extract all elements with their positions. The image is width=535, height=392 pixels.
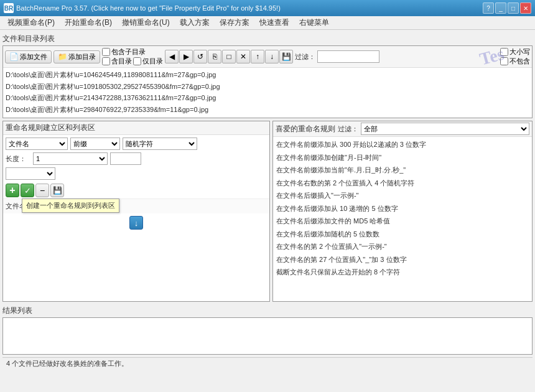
- down-arrow-area: ↓: [3, 213, 269, 232]
- saved-rules-header: 喜爱的重命名规则 过滤： 全部: [273, 121, 532, 137]
- rule-item-5[interactable]: 在文件名后缀添加从 10 递增的 5 位数字: [274, 202, 531, 215]
- all-dirs-row[interactable]: 含目录 仅目录: [102, 57, 163, 66]
- nav-right-button[interactable]: ▶: [179, 50, 193, 63]
- status-bar: 4 个文件已经做好改名换姓的准备工作。: [2, 357, 533, 370]
- not-include-checkbox[interactable]: [500, 57, 508, 65]
- title-bar: BR BatchRename Pro 3.57. (Click here now…: [0, 0, 535, 16]
- rule-item-10[interactable]: 截断文件名只保留从左边开始的 8 个字符: [274, 266, 531, 279]
- rule-item-0[interactable]: 在文件名前缀添加从 300 开始以2递减的 3 位数字: [274, 138, 531, 151]
- remove-rule-button[interactable]: −: [35, 184, 49, 197]
- add-dir-button[interactable]: 📁 添加目录: [54, 50, 100, 63]
- help-button[interactable]: ?: [483, 2, 494, 14]
- prefix-select[interactable]: 前缀: [70, 138, 120, 150]
- results-section: [2, 317, 533, 355]
- add-dir-icon: 📁: [58, 52, 67, 61]
- file-item[interactable]: D:\tools\桌面\图片素材\u=1046245449,1189808111…: [4, 69, 531, 81]
- nav-up-button[interactable]: ↑: [251, 50, 264, 63]
- not-include-label: 不包含: [509, 57, 530, 66]
- close-button[interactable]: ✕: [520, 2, 531, 14]
- menu-start-rename[interactable]: 开始重命名(B): [60, 16, 117, 29]
- menu-video-rename[interactable]: 视频重命名(P): [2, 16, 60, 29]
- rule-item-6[interactable]: 在文件名后缀添加文件的 MD5 哈希值: [274, 215, 531, 228]
- filename-select[interactable]: 文件名: [6, 138, 68, 150]
- rule-item-9[interactable]: 在文件名的第 27 个位置插入"_"加 3 位数字: [274, 253, 531, 266]
- results-section-wrapper: 结果列表: [2, 304, 533, 355]
- include-subdir-checkbox[interactable]: [102, 48, 110, 56]
- include-subdir-row[interactable]: 包含子目录: [102, 47, 163, 57]
- check-icon: ✓: [24, 186, 31, 195]
- file-nav-buttons: ◀ ▶ ↺ ⎘ □ ✕ ↑ ↓ 💾: [165, 50, 293, 63]
- only-dirs-label: 仅目录: [142, 57, 163, 66]
- saved-rules-panel: 喜爱的重命名规则 过滤： 全部 在文件名前缀添加从 300 开始以2递减的 3 …: [272, 121, 533, 302]
- add-file-button[interactable]: 📄 添加文件: [5, 50, 52, 63]
- rule-item-3[interactable]: 在文件名右数的第 2 个位置插入 4 个随机字符: [274, 177, 531, 190]
- minimize-button[interactable]: _: [495, 2, 506, 14]
- down-arrow-icon: ↓: [134, 218, 139, 228]
- length-input[interactable]: [110, 152, 141, 165]
- uppercase-checkbox[interactable]: [500, 48, 508, 56]
- add-rule-button[interactable]: +: [6, 184, 19, 197]
- rename-panel-header: 重命名规则建立区和列表区: [3, 121, 269, 135]
- plus-icon: +: [9, 185, 15, 196]
- app-icon: BR: [4, 3, 14, 13]
- include-subdir-label: 包含子目录: [111, 47, 146, 57]
- tooltip-box: 创建一个重命名规则到列表区: [22, 198, 119, 213]
- save-rule-button[interactable]: 💾: [50, 184, 64, 197]
- nav-save-button[interactable]: 💾: [279, 50, 293, 63]
- only-dirs-checkbox[interactable]: [133, 57, 141, 65]
- saved-rules-list[interactable]: 在文件名前缀添加从 300 开始以2递减的 3 位数字 在文件名前缀添加创建"月…: [273, 137, 532, 301]
- menu-load-scheme[interactable]: 载入方案: [175, 16, 215, 29]
- rule-item-1[interactable]: 在文件名前缀添加创建"月-日-时间": [274, 151, 531, 164]
- add-dir-label: 添加目录: [68, 52, 96, 62]
- extra-select[interactable]: [6, 167, 55, 180]
- results-header: 结果列表: [2, 304, 533, 317]
- filter-input[interactable]: [317, 50, 379, 63]
- bottom-area: 重命名规则建立区和列表区 文件名 前缀 随机字符 长度： 1: [2, 121, 533, 302]
- menu-save-scheme[interactable]: 保存方案: [215, 16, 254, 29]
- maximize-button[interactable]: □: [508, 2, 519, 14]
- file-item[interactable]: D:\tools\桌面\图片素材\u=2143472288,1376362111…: [4, 92, 531, 104]
- save-icon: 💾: [53, 186, 62, 195]
- length-row: 长度： 1: [6, 152, 267, 165]
- length-label: 长度：: [6, 154, 30, 164]
- minus-icon: −: [40, 185, 45, 195]
- window-controls[interactable]: ? _ □ ✕: [483, 2, 531, 14]
- file-list-section: 文件和目录列表 📄 添加文件 📁 添加目录 包含子目录: [2, 32, 533, 118]
- main-content: 文件和目录列表 📄 添加文件 📁 添加目录 包含子目录: [0, 30, 535, 372]
- rule-item-2[interactable]: 在文件名前缀添加当前"年.月.日_时.分.秒_": [274, 164, 531, 177]
- menu-right-click[interactable]: 右键菜单: [294, 16, 334, 29]
- rule-item-8[interactable]: 在文件名的第 2 个位置插入"一示例-": [274, 240, 531, 253]
- file-list-content[interactable]: D:\tools\桌面\图片素材\u=1046245449,1189808111…: [3, 68, 532, 118]
- rule-item-7[interactable]: 在文件名后缀添加随机的 5 位数数: [274, 228, 531, 241]
- all-dirs-checkbox[interactable]: [102, 57, 110, 65]
- saved-rules-title: 喜爱的重命名规则: [276, 124, 335, 134]
- results-content[interactable]: [3, 318, 532, 354]
- nav-blank-button[interactable]: □: [222, 50, 236, 63]
- nav-down-button[interactable]: ↓: [265, 50, 279, 63]
- random-char-select[interactable]: 随机字符: [123, 138, 197, 150]
- saved-filter-label: 过滤：: [338, 124, 358, 134]
- saved-filter-select[interactable]: 全部: [361, 123, 529, 135]
- rule-item-4[interactable]: 在文件名后缀插入"一示例-": [274, 189, 531, 202]
- confirm-rule-button[interactable]: ✓: [21, 184, 34, 197]
- file-item[interactable]: D:\tools\桌面\图片素材\u=1091805302,2952745539…: [4, 81, 531, 93]
- nav-left-button[interactable]: ◀: [165, 50, 179, 63]
- add-file-icon: 📄: [9, 52, 19, 61]
- apply-down-button[interactable]: ↓: [129, 216, 143, 230]
- file-name-row: 文件名 前缀 随机字符: [6, 138, 267, 150]
- not-include-row[interactable]: 不包含: [500, 57, 530, 66]
- menu-bar: 视频重命名(P) 开始重命名(B) 撤销重命名(U) 载入方案 保存方案 快速查…: [0, 16, 535, 30]
- nav-refresh-button[interactable]: ↺: [193, 50, 207, 63]
- menu-undo-rename[interactable]: 撤销重命名(U): [117, 16, 175, 29]
- file-list-toolbar: 📄 添加文件 📁 添加目录 包含子目录 含目录: [3, 46, 532, 68]
- action-buttons-row: + ✓ − 💾 创建一个重命名规则到列表区: [3, 182, 269, 198]
- nav-copy-button[interactable]: ⎘: [208, 50, 221, 63]
- length-select[interactable]: 1: [33, 152, 108, 165]
- title-bar-left: BR BatchRename Pro 3.57. (Click here now…: [4, 3, 281, 13]
- uppercase-row[interactable]: 大小写: [500, 47, 530, 57]
- menu-quick-view[interactable]: 快速查看: [254, 16, 294, 29]
- nav-delete-button[interactable]: ✕: [236, 50, 250, 63]
- all-dirs-label: 含目录: [111, 57, 132, 66]
- file-item[interactable]: D:\tools\桌面\图片素材\u=2984076922,97235339&f…: [4, 104, 531, 116]
- add-file-label: 添加文件: [20, 52, 47, 62]
